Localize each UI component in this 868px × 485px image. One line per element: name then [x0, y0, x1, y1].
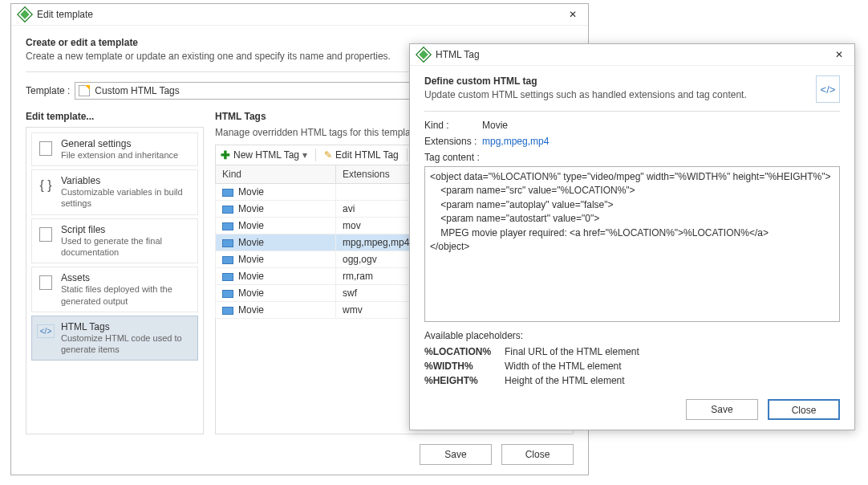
extensions-value[interactable]: mpg,mpeg,mp4 — [482, 136, 549, 147]
kind-label: Kind : — [424, 120, 482, 131]
edit-html-tag-button[interactable]: ✎ Edit HTML Tag — [324, 149, 399, 161]
nav-item-icon — [37, 272, 55, 293]
nav-item-icon: </> — [37, 321, 55, 342]
toolbar-separator — [407, 149, 408, 161]
movie-icon — [222, 239, 233, 247]
dialog-title: Edit template — [37, 9, 566, 20]
dialog-heading: Define custom HTML tag — [424, 75, 816, 87]
close-icon[interactable]: ✕ — [832, 49, 846, 60]
toolbar-separator — [315, 149, 316, 161]
close-button[interactable]: Close — [768, 399, 840, 420]
movie-icon — [222, 290, 233, 298]
movie-icon — [222, 189, 233, 197]
movie-icon — [222, 273, 233, 281]
app-icon — [17, 6, 33, 22]
plus-icon: ✚ — [221, 149, 230, 161]
movie-icon — [222, 256, 233, 264]
document-icon — [79, 85, 90, 96]
template-nav-list: General settingsFile extension and inher… — [26, 128, 203, 369]
template-label: Template : — [26, 85, 70, 96]
left-pane-title: Edit template... — [26, 111, 204, 122]
new-html-tag-button[interactable]: ✚ New HTML Tag ▾ — [221, 149, 307, 161]
nav-item-script-files[interactable]: Script filesUsed to generate the final d… — [31, 218, 198, 264]
extensions-label: Extensions : — [424, 136, 482, 147]
movie-icon — [222, 307, 233, 315]
nav-item-html-tags[interactable]: </>HTML TagsCustomize HTML code used to … — [31, 316, 198, 361]
placeholder-row: %WIDTH%Width of the HTML element — [424, 361, 840, 372]
nav-item-assets[interactable]: AssetsStatic files deployed with the gen… — [31, 267, 198, 312]
dialog-subheading: Update custom HTML settings such as hand… — [424, 88, 816, 102]
nav-item-general-settings[interactable]: General settingsFile extension and inher… — [31, 132, 198, 166]
tag-content-label: Tag content : — [424, 152, 840, 163]
nav-item-icon: { } — [37, 175, 55, 196]
save-button[interactable]: Save — [686, 399, 758, 420]
nav-item-icon — [37, 138, 55, 159]
placeholder-row: %LOCATION%Final URL of the HTML element — [424, 346, 840, 357]
dropdown-caret-icon: ▾ — [302, 149, 307, 161]
placeholders-title: Available placeholders: — [424, 330, 840, 341]
tag-content-textarea[interactable] — [424, 166, 840, 322]
kind-value: Movie — [482, 120, 508, 131]
dialog-title: HTML Tag — [436, 49, 832, 60]
pencil-icon: ✎ — [324, 149, 332, 161]
close-icon[interactable]: ✕ — [566, 9, 580, 20]
col-kind[interactable]: Kind — [216, 165, 336, 183]
template-value: Custom HTML Tags — [95, 85, 179, 96]
html-tag-icon: </> — [816, 75, 840, 103]
dialog-titlebar: HTML Tag ✕ — [410, 44, 854, 66]
movie-icon — [222, 206, 233, 214]
nav-item-icon — [37, 224, 55, 245]
close-button[interactable]: Close — [501, 444, 574, 465]
save-button[interactable]: Save — [420, 444, 492, 465]
nav-item-variables[interactable]: { }VariablesCustomizable variables in bu… — [31, 169, 198, 215]
app-icon — [416, 47, 432, 63]
dialog-titlebar: Edit template ✕ — [11, 4, 588, 26]
placeholder-row: %HEIGHT%Height of the HTML element — [424, 375, 840, 386]
movie-icon — [222, 222, 233, 230]
html-tag-dialog: HTML Tag ✕ Define custom HTML tag Update… — [409, 43, 855, 430]
